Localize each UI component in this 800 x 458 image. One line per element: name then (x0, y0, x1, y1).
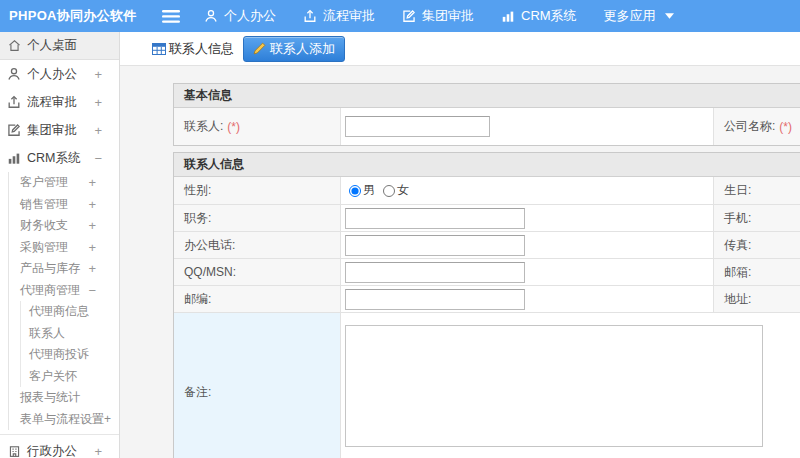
office-phone-input[interactable] (345, 235, 525, 256)
expand-plus-icon[interactable]: + (88, 218, 119, 233)
field-label-cell: 联系人:(*) (174, 108, 341, 145)
field-right-label-cell: 公司名称:(*) (713, 108, 800, 145)
tab-contact-info[interactable]: 联系人信息 (152, 40, 234, 58)
form-row: 职务:手机: (174, 204, 800, 231)
approval-flow-icon (7, 95, 21, 109)
sidebar-item-customer-care[interactable]: 客户关怀 (29, 366, 119, 388)
topbar: PHPOA协同办公软件 个人办公流程审批集团审批CRM系统更多应用 (0, 0, 800, 32)
field-input-cell: 男女 (341, 177, 713, 204)
sidebar-item-personal-office[interactable]: 个人办公+ (0, 60, 119, 88)
gender-radio-group: 男女 (345, 182, 409, 199)
field-input-cell (341, 231, 713, 258)
gender-radio[interactable] (383, 185, 395, 197)
topbar-menu-label: 更多应用 (604, 7, 656, 25)
expand-plus-icon[interactable]: + (88, 197, 119, 212)
topbar-menu-more-apps[interactable]: 更多应用 (604, 7, 674, 25)
tab-label: 联系人添加 (270, 40, 335, 58)
expand-plus-icon[interactable]: + (94, 444, 119, 458)
chart-icon (501, 9, 515, 23)
field-input-cell (341, 285, 713, 312)
expand-plus-icon[interactable]: + (94, 67, 119, 82)
sidebar-item-sales-mgmt[interactable]: 销售管理+ (20, 194, 119, 216)
section-title: 联系人信息 (174, 153, 800, 177)
notes-textarea[interactable] (345, 325, 763, 447)
field-right-label: 手机: (724, 210, 751, 227)
expand-plus-icon[interactable]: + (94, 123, 119, 138)
field-right-label-cell: 手机: (713, 204, 800, 231)
gender-radio[interactable] (349, 185, 361, 197)
main-content: 基本信息联系人:(*)公司名称:(*)联系人信息性别:男女生日:职务:手机:办公… (120, 66, 800, 458)
sidebar-item-workflow-approval[interactable]: 流程审批+ (0, 88, 119, 116)
collapse-minus-icon[interactable]: − (94, 151, 119, 166)
tab-contact-add[interactable]: 联系人添加 (243, 36, 345, 62)
collapse-minus-icon[interactable]: − (88, 283, 119, 298)
form-row: 性别:男女生日: (174, 177, 800, 204)
sidebar-item-agent-info[interactable]: 代理商信息 (29, 301, 119, 323)
field-input-cell (341, 258, 713, 285)
topbar-menu-label: 流程审批 (323, 7, 375, 25)
form-row: 备注: (174, 312, 800, 458)
sidebar-item-agent-mgmt[interactable]: 代理商管理− (20, 280, 119, 302)
app-logo: PHPOA协同办公软件 (0, 7, 150, 25)
user-icon (204, 9, 218, 23)
sidebar-item-contacts[interactable]: 联系人 (29, 323, 119, 345)
position-input[interactable] (345, 208, 525, 229)
field-label: QQ/MSN: (184, 265, 236, 279)
page: PHPOA协同办公软件 个人办公流程审批集团审批CRM系统更多应用 个人桌面个人… (0, 0, 800, 458)
form-row: 办公电话:传真: (174, 231, 800, 258)
home-icon (7, 39, 21, 52)
sidebar-item-product-inventory[interactable]: 产品与库存+ (20, 258, 119, 280)
expand-plus-icon[interactable]: + (94, 95, 119, 110)
tab-label: 联系人信息 (169, 40, 234, 58)
sidebar-item-finance[interactable]: 财务收支+ (20, 215, 119, 237)
sidebar-item-purchase-mgmt[interactable]: 采购管理+ (20, 237, 119, 259)
sidebar-item-group-approval[interactable]: 集团审批+ (0, 116, 119, 144)
field-right-label: 邮箱: (724, 264, 751, 281)
contact-name-input[interactable] (345, 116, 490, 137)
topbar-menu-group-approval[interactable]: 集团审批 (402, 7, 474, 25)
pencil-icon (253, 42, 266, 55)
gender-option[interactable]: 女 (383, 182, 409, 199)
sidebar-item-reports-stats[interactable]: 报表与统计 (20, 387, 119, 409)
edit-square-icon (402, 9, 416, 23)
approval-flow-icon (303, 9, 317, 23)
field-label: 职务: (184, 210, 211, 227)
sidebar-item-label: 销售管理 (20, 196, 68, 213)
hamburger-menu-icon[interactable] (162, 10, 180, 23)
topbar-menu-label: 个人办公 (224, 7, 276, 25)
sidebar-divider (0, 434, 119, 435)
sidebar-group-crm-system: 客户管理+销售管理+财务收支+采购管理+产品与库存+代理商管理−代理商信息联系人… (8, 172, 119, 430)
field-label-cell: 性别: (174, 177, 341, 204)
form-section-0: 基本信息联系人:(*)公司名称:(*) (173, 83, 800, 146)
sidebar-item-label: 代理商投诉 (29, 346, 89, 363)
field-right-label-cell: 邮箱: (713, 258, 800, 285)
zip-code-input[interactable] (345, 289, 525, 310)
sidebar-item-label: 报表与统计 (20, 389, 80, 406)
field-input-cell (341, 312, 800, 458)
sidebar: 个人桌面个人办公+流程审批+集团审批+CRM系统−客户管理+销售管理+财务收支+… (0, 32, 120, 458)
topbar-menu-crm-system[interactable]: CRM系统 (501, 7, 577, 25)
sidebar-item-label: CRM系统 (27, 150, 80, 167)
sidebar-item-customer-mgmt[interactable]: 客户管理+ (20, 172, 119, 194)
sidebar-item-label: 个人办公 (27, 66, 77, 83)
radio-option-label: 女 (397, 182, 409, 199)
gender-option[interactable]: 男 (349, 182, 375, 199)
contact-form: 基本信息联系人:(*)公司名称:(*)联系人信息性别:男女生日:职务:手机:办公… (173, 83, 800, 458)
sidebar-item-crm-system[interactable]: CRM系统− (0, 144, 119, 172)
field-right-label: 传真: (724, 237, 751, 254)
sidebar-item-personal-desktop[interactable]: 个人桌面 (0, 32, 119, 60)
expand-plus-icon[interactable]: + (88, 261, 119, 276)
sidebar-item-form-flow-settings[interactable]: 表单与流程设置+ (20, 409, 119, 431)
qq-msn-input[interactable] (345, 262, 525, 283)
sidebar-item-label: 客户管理 (20, 174, 68, 191)
field-right-label: 公司名称: (724, 118, 775, 135)
expand-plus-icon[interactable]: + (88, 240, 119, 255)
topbar-menu-personal-office[interactable]: 个人办公 (204, 7, 276, 25)
topbar-menu-workflow-approval[interactable]: 流程审批 (303, 7, 375, 25)
expand-plus-icon[interactable]: + (88, 175, 119, 190)
tab-bar: 联系人信息联系人添加 (120, 32, 800, 66)
sidebar-item-agent-complaints[interactable]: 代理商投诉 (29, 344, 119, 366)
field-label-cell: QQ/MSN: (174, 258, 341, 285)
field-right-label: 生日: (724, 182, 751, 199)
sidebar-item-admin-office[interactable]: 行政办公+ (0, 437, 119, 458)
